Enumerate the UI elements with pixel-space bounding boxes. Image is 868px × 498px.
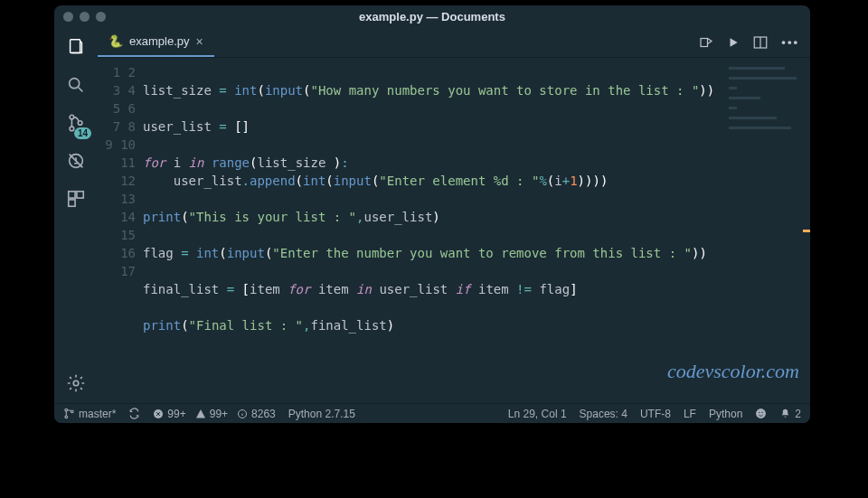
extensions-icon[interactable] xyxy=(63,186,89,211)
svg-point-18 xyxy=(759,412,760,413)
source-control-icon[interactable]: 14 xyxy=(63,110,89,136)
status-language[interactable]: Python xyxy=(709,408,742,420)
status-branch[interactable]: master* xyxy=(63,408,116,420)
svg-point-3 xyxy=(70,127,74,131)
sync-icon xyxy=(128,408,140,419)
tab-bar: 🐍 example.py × ••• xyxy=(98,27,810,58)
editor-body[interactable]: 1 2 3 4 5 6 7 8 9 10 11 12 13 14 15 16 1… xyxy=(98,58,810,403)
status-indent[interactable]: Spaces: 4 xyxy=(580,408,627,420)
titlebar: example.py — Documents xyxy=(54,5,810,27)
svg-point-17 xyxy=(756,409,766,418)
line-number-gutter: 1 2 3 4 5 6 7 8 9 10 11 12 13 14 15 16 1… xyxy=(98,58,143,403)
status-bar: master* 99+ 99+ 8263 Python 2.7.15 Ln 29… xyxy=(54,403,810,423)
status-eol[interactable]: LF xyxy=(684,408,696,420)
svg-point-2 xyxy=(70,115,74,119)
git-branch-icon xyxy=(63,408,75,419)
bell-icon xyxy=(779,408,791,419)
status-feedback[interactable] xyxy=(755,408,767,419)
python-file-icon: 🐍 xyxy=(108,34,123,48)
minimize-window-icon[interactable] xyxy=(80,12,90,22)
activity-bar: 14 xyxy=(54,27,98,403)
svg-point-1 xyxy=(70,79,80,89)
svg-rect-10 xyxy=(701,38,708,46)
close-tab-icon[interactable]: × xyxy=(195,35,203,48)
svg-rect-8 xyxy=(69,200,75,206)
svg-point-9 xyxy=(73,381,79,386)
close-window-icon[interactable] xyxy=(63,12,73,22)
overview-ruler-marker xyxy=(803,230,810,232)
code-content[interactable]: list_size = int(input("How many numbers … xyxy=(143,58,810,403)
svg-rect-6 xyxy=(69,192,75,198)
more-actions-icon[interactable]: ••• xyxy=(781,35,799,49)
svg-point-19 xyxy=(762,412,763,413)
editor-area: 🐍 example.py × ••• xyxy=(98,27,810,403)
svg-point-12 xyxy=(65,409,68,411)
svg-rect-7 xyxy=(77,192,83,198)
status-cursor[interactable]: Ln 29, Col 1 xyxy=(508,408,567,420)
tab-label: example.py xyxy=(129,34,189,48)
settings-gear-icon[interactable] xyxy=(63,371,89,396)
status-info-count: 8263 xyxy=(251,408,276,420)
status-branch-label: master* xyxy=(79,408,116,420)
svg-point-4 xyxy=(78,121,82,126)
info-icon xyxy=(237,409,248,419)
tab-example-py[interactable]: 🐍 example.py × xyxy=(98,27,214,57)
warning-icon xyxy=(195,409,206,419)
status-warning-count: 99+ xyxy=(210,408,228,420)
explorer-icon[interactable] xyxy=(63,34,89,60)
editor-window: example.py — Documents 14 xyxy=(54,5,810,423)
watermark: codevscolor.com xyxy=(667,360,799,383)
status-sync[interactable] xyxy=(128,408,140,419)
svg-point-13 xyxy=(65,416,68,418)
status-error-count: 99+ xyxy=(167,408,185,420)
open-changes-icon[interactable] xyxy=(698,34,714,51)
error-icon xyxy=(153,409,164,419)
traffic-lights[interactable] xyxy=(63,12,106,22)
debug-icon[interactable] xyxy=(63,148,89,174)
svg-rect-0 xyxy=(71,40,80,53)
source-control-badge: 14 xyxy=(74,127,91,139)
zoom-window-icon[interactable] xyxy=(96,12,106,22)
window-title: example.py — Documents xyxy=(54,10,810,23)
smiley-icon xyxy=(755,408,767,419)
status-python-version[interactable]: Python 2.7.15 xyxy=(288,408,355,420)
status-notifications[interactable]: 2 xyxy=(779,408,801,420)
editor-actions: ••• xyxy=(698,27,810,57)
status-encoding[interactable]: UTF-8 xyxy=(640,408,671,420)
search-icon[interactable] xyxy=(63,72,89,98)
split-editor-icon[interactable] xyxy=(752,34,769,51)
run-icon[interactable] xyxy=(727,36,740,49)
status-problems[interactable]: 99+ 99+ 8263 xyxy=(153,408,275,420)
status-bell-count: 2 xyxy=(795,408,801,420)
